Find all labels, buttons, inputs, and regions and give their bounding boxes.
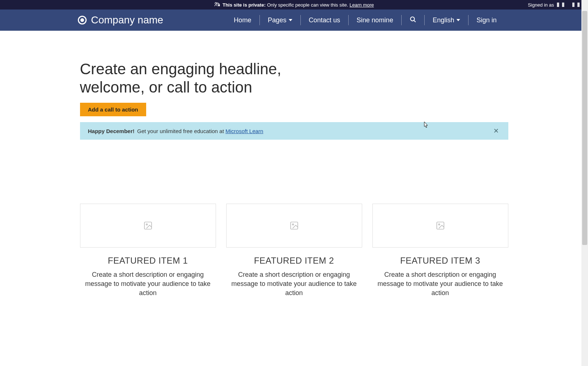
featured-item: FEATURED ITEM 3 Create a short descripti… bbox=[372, 204, 508, 298]
privacy-right: Signed in as bbox=[528, 2, 584, 8]
svg-rect-5 bbox=[144, 222, 152, 229]
banner-message: Get your unlimited free education at bbox=[137, 128, 224, 134]
featured-title: FEATURED ITEM 3 bbox=[372, 256, 508, 266]
privacy-prefix: This site is private: bbox=[223, 2, 266, 8]
image-icon bbox=[436, 221, 445, 230]
nav-signin[interactable]: Sign in bbox=[468, 15, 505, 25]
image-placeholder[interactable] bbox=[226, 204, 362, 248]
svg-point-10 bbox=[439, 224, 440, 225]
svg-point-8 bbox=[292, 224, 293, 225]
nav-pages[interactable]: Pages bbox=[260, 15, 301, 25]
page-headline: Create an engaging headline, welcome, or… bbox=[80, 60, 336, 96]
system-icon-2[interactable] bbox=[562, 3, 564, 7]
nav-items: Home Pages Contact us Sine nomine Englis… bbox=[226, 15, 505, 25]
featured-row: FEATURED ITEM 1 Create a short descripti… bbox=[80, 204, 508, 298]
nav-home[interactable]: Home bbox=[226, 15, 260, 25]
system-icon-3[interactable] bbox=[572, 3, 574, 7]
hero: Create an engaging headline, welcome, or… bbox=[80, 60, 508, 116]
svg-point-0 bbox=[215, 2, 217, 4]
featured-title: FEATURED ITEM 2 bbox=[226, 256, 362, 266]
nav-sine-nomine[interactable]: Sine nomine bbox=[349, 15, 402, 25]
svg-point-1 bbox=[217, 3, 218, 4]
chevron-down-icon bbox=[456, 19, 460, 21]
featured-desc: Create a short description or engaging m… bbox=[80, 270, 216, 298]
chevron-down-icon bbox=[289, 19, 292, 21]
signed-in-label: Signed in as bbox=[528, 2, 554, 8]
system-icon-1[interactable] bbox=[557, 3, 559, 7]
banner-text: Happy December! Get your unlimited free … bbox=[88, 128, 263, 134]
svg-rect-2 bbox=[218, 5, 220, 6]
info-banner: Happy December! Get your unlimited free … bbox=[80, 122, 508, 140]
image-icon bbox=[143, 221, 153, 230]
banner-bold: Happy December! bbox=[88, 128, 135, 134]
banner-link[interactable]: Microsoft Learn bbox=[225, 128, 263, 134]
people-lock-icon bbox=[214, 2, 221, 8]
featured-item: FEATURED ITEM 2 Create a short descripti… bbox=[226, 204, 362, 298]
scrollbar-thumb[interactable] bbox=[582, 11, 587, 245]
featured-title: FEATURED ITEM 1 bbox=[80, 256, 216, 266]
scrollbar[interactable] bbox=[581, 0, 588, 313]
learn-more-link[interactable]: Learn more bbox=[350, 2, 374, 8]
privacy-text: Only specific people can view this site. bbox=[267, 2, 348, 8]
svg-point-6 bbox=[146, 224, 147, 225]
svg-point-3 bbox=[410, 17, 414, 21]
featured-desc: Create a short description or engaging m… bbox=[372, 270, 508, 298]
privacy-bar: This site is private: Only specific peop… bbox=[0, 0, 588, 10]
brand-logo-icon bbox=[78, 16, 87, 24]
nav-search[interactable] bbox=[402, 15, 425, 25]
image-icon bbox=[289, 221, 299, 230]
nav-pages-label: Pages bbox=[268, 16, 287, 24]
search-icon bbox=[410, 16, 416, 24]
image-placeholder[interactable] bbox=[372, 204, 508, 248]
brand-name: Company name bbox=[91, 14, 163, 26]
svg-rect-7 bbox=[291, 222, 298, 229]
close-icon[interactable]: ✕ bbox=[492, 128, 500, 134]
nav-sine-label: Sine nomine bbox=[357, 16, 393, 24]
svg-line-4 bbox=[414, 20, 416, 22]
nav-language-label: English bbox=[433, 16, 454, 24]
nav-home-label: Home bbox=[234, 16, 251, 24]
nav-signin-label: Sign in bbox=[477, 16, 497, 24]
featured-desc: Create a short description or engaging m… bbox=[226, 270, 362, 298]
nav-contact-label: Contact us bbox=[309, 16, 340, 24]
main-navbar: Company name Home Pages Contact us Sine … bbox=[0, 10, 588, 31]
image-placeholder[interactable] bbox=[80, 204, 216, 248]
add-cta-button[interactable]: Add a call to action bbox=[80, 103, 147, 116]
featured-item: FEATURED ITEM 1 Create a short descripti… bbox=[80, 204, 216, 298]
nav-language[interactable]: English bbox=[425, 15, 468, 25]
brand[interactable]: Company name bbox=[78, 14, 163, 26]
nav-contact[interactable]: Contact us bbox=[301, 15, 349, 25]
page-content: Create an engaging headline, welcome, or… bbox=[80, 31, 508, 313]
system-icon-4[interactable] bbox=[577, 3, 580, 7]
svg-rect-9 bbox=[437, 222, 444, 229]
privacy-message: This site is private: Only specific peop… bbox=[214, 2, 374, 8]
